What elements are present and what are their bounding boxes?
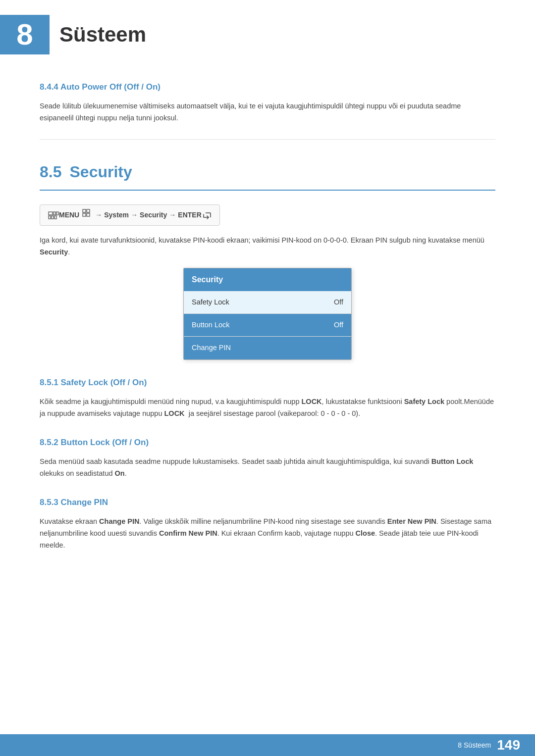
- button-lock-label: Button Lock: [192, 319, 230, 331]
- section-852: 8.5.2 Button Lock (Off / On) Seda menüüd…: [40, 436, 495, 480]
- chapter-number: 8: [0, 15, 50, 54]
- section-85-header: 8.5 Security: [40, 159, 495, 191]
- section-851: 8.5.1 Safety Lock (Off / On) Kõik seadme…: [40, 376, 495, 420]
- section-853-title: 8.5.3 Change PIN: [40, 496, 495, 509]
- chapter-title: Süsteem: [59, 18, 146, 51]
- button-lock-bold: Button Lock: [431, 457, 474, 465]
- on-bold: On: [115, 469, 125, 477]
- security-bold: Security: [40, 248, 68, 256]
- security-menu-header: Security: [184, 268, 351, 291]
- button-lock-value: Off: [334, 319, 343, 331]
- section-853: 8.5.3 Change PIN Kuvatakse ekraan Change…: [40, 496, 495, 552]
- footer-label: 8 Süsteem: [458, 740, 491, 751]
- arrow-3: →: [169, 209, 176, 220]
- menu-label: MENU: [59, 209, 79, 220]
- section-844-title: 8.4.4 Auto Power Off (Off / On): [40, 80, 495, 94]
- svg-rect-2: [56, 212, 58, 215]
- section-844-text: Seade lülitub ülekuumenemise vältimiseks…: [40, 101, 495, 124]
- section-85-number: 8.5: [40, 159, 61, 185]
- section-85-title: Security: [69, 159, 132, 185]
- confirm-new-pin-bold: Confirm New PIN: [159, 529, 217, 537]
- safety-lock-bold: Safety Lock: [404, 398, 444, 405]
- footer-page-number: 149: [497, 734, 520, 756]
- page-content: 8.4.4 Auto Power Off (Off / On) Seade lü…: [0, 80, 535, 599]
- svg-rect-8: [83, 213, 86, 216]
- section-853-text: Kuvatakse ekraan Change PIN. Valige üksk…: [40, 516, 495, 552]
- arrow-1: →: [95, 209, 102, 220]
- page-footer: 8 Süsteem 149: [0, 734, 535, 756]
- svg-rect-4: [52, 216, 54, 219]
- menu-icon: [48, 209, 59, 220]
- svg-rect-0: [49, 212, 53, 215]
- svg-rect-3: [49, 216, 51, 219]
- safety-lock-value: Off: [334, 297, 343, 308]
- path-security: Security: [140, 209, 167, 220]
- svg-rect-5: [54, 216, 56, 219]
- section-851-title: 8.5.1 Safety Lock (Off / On): [40, 376, 495, 389]
- svg-rect-7: [87, 209, 90, 212]
- menu-grid-icon: [82, 209, 91, 221]
- section-844: 8.4.4 Auto Power Off (Off / On) Seade lü…: [40, 80, 495, 124]
- menu-item-button-lock: Button Lock Off: [184, 314, 351, 337]
- section-852-text: Seda menüüd saab kasutada seadme nuppude…: [40, 456, 495, 480]
- close-bold: Close: [356, 529, 375, 537]
- svg-rect-1: [54, 212, 55, 215]
- lock-bold-1: LOCK: [302, 398, 322, 405]
- menu-item-change-pin: Change PIN: [184, 337, 351, 359]
- enter-new-pin-bold: Enter New PIN: [387, 517, 436, 525]
- svg-rect-9: [87, 213, 90, 216]
- change-pin-label: Change PIN: [192, 342, 231, 353]
- section-851-text: Kõik seadme ja kaugjuhtimispuldi menüüd …: [40, 396, 495, 420]
- menu-item-safety-lock: Safety Lock Off: [184, 291, 351, 314]
- section-852-title: 8.5.2 Button Lock (Off / On): [40, 436, 495, 449]
- chapter-header: 8 Süsteem: [0, 0, 535, 64]
- path-enter: ENTER: [178, 209, 201, 220]
- enter-icon: [203, 209, 212, 220]
- menu-path-box: MENU → System → Security → ENTER: [40, 204, 220, 225]
- svg-rect-6: [83, 209, 86, 212]
- security-menu: Security Safety Lock Off Button Lock Off…: [183, 268, 352, 359]
- lock-bold-2: LOCK: [164, 409, 185, 417]
- change-pin-bold: Change PIN: [99, 517, 139, 525]
- section-divider: [40, 139, 495, 140]
- path-system: System: [104, 209, 129, 220]
- section-85: 8.5 Security MENU: [40, 159, 495, 360]
- safety-lock-label: Safety Lock: [192, 297, 229, 308]
- section-85-intro: Iga kord, kui avate turvafunktsioonid, k…: [40, 235, 495, 258]
- arrow-2: →: [131, 209, 138, 220]
- security-menu-container: Security Safety Lock Off Button Lock Off…: [40, 268, 495, 359]
- menu-svg-icon: [48, 211, 59, 220]
